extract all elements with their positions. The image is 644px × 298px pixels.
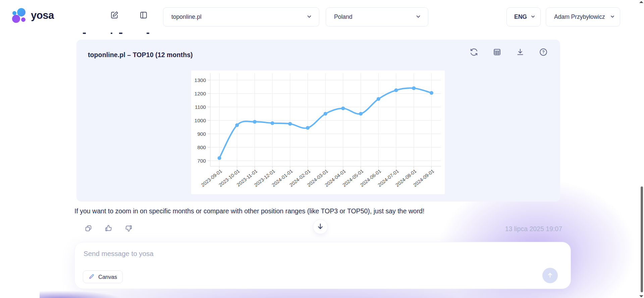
svg-text:1200: 1200: [195, 91, 206, 96]
svg-text:1300: 1300: [195, 77, 206, 83]
composer: Canvas: [74, 242, 571, 289]
svg-text:900: 900: [197, 131, 206, 137]
refresh-icon: [469, 47, 479, 58]
svg-text:700: 700: [197, 158, 206, 164]
chart-panel: 70080090010001100120013002023-09-012023-…: [191, 71, 445, 194]
logo-text: yosa: [31, 9, 54, 22]
sidebar-toggle-button[interactable]: [139, 11, 148, 20]
svg-text:?: ?: [542, 50, 544, 54]
chart-help-button[interactable]: ?: [539, 48, 548, 57]
pencil-icon: [89, 273, 95, 281]
domain-dropdown[interactable]: toponline.pl: [163, 7, 319, 27]
scrollbar-down-arrow[interactable]: [639, 295, 643, 297]
background-glow-bottom-left: [40, 291, 120, 298]
language-dropdown-value: ENG: [514, 13, 527, 20]
chart-card-toolbar: ?: [469, 48, 548, 57]
line-chart: 70080090010001100120013002023-09-012023-…: [191, 71, 445, 194]
svg-text:800: 800: [197, 144, 206, 150]
refresh-chart-button[interactable]: [469, 48, 479, 57]
svg-text:1000: 1000: [195, 118, 206, 123]
arrow-up-icon: [546, 271, 554, 280]
chevron-down-icon: [610, 14, 615, 20]
header-bar: yosa toponline.pl: [0, 0, 644, 30]
download-icon: [516, 48, 525, 57]
svg-text:1100: 1100: [195, 104, 206, 110]
language-dropdown[interactable]: ENG: [506, 7, 541, 27]
chevron-down-icon: [530, 14, 536, 20]
message-input[interactable]: [84, 250, 533, 269]
domain-dropdown-value: toponline.pl: [171, 13, 202, 20]
send-button[interactable]: [542, 268, 558, 283]
logo[interactable]: yosa: [12, 8, 54, 23]
chevron-down-icon: [306, 13, 312, 21]
scrollbar-thumb[interactable]: [641, 186, 643, 292]
download-chart-button[interactable]: [516, 48, 525, 57]
scrollbar-up-arrow[interactable]: [639, 1, 643, 3]
thumbs-down-icon: [124, 224, 133, 233]
user-dropdown-value: Adam Przybyłowicz: [554, 13, 605, 20]
help-icon: ?: [539, 47, 548, 58]
canvas-button-label: Canvas: [98, 274, 117, 280]
chart-card: toponline.pl – TOP10 (12 months): [76, 40, 560, 202]
sidebar-panel-icon: [139, 10, 148, 21]
copy-button[interactable]: [84, 224, 93, 233]
thumbs-up-button[interactable]: [104, 224, 113, 233]
canvas-button[interactable]: Canvas: [83, 270, 123, 283]
new-chat-button[interactable]: [110, 11, 119, 20]
message-timestamp: 13 lipca 2025 19:07: [505, 225, 562, 233]
user-dropdown[interactable]: Adam Przybyłowicz: [546, 7, 620, 27]
edit-pencil-square-icon: [110, 10, 119, 21]
table-icon: [492, 47, 502, 58]
country-dropdown[interactable]: Poland: [326, 7, 428, 27]
arrow-down-icon: [316, 222, 324, 231]
assistant-message-text: If you want to zoom in on specific month…: [74, 207, 470, 215]
chart-card-title: toponline.pl – TOP10 (12 months): [88, 51, 193, 59]
copy-icon: [84, 224, 93, 233]
show-table-button[interactable]: [492, 48, 502, 57]
message-actions: [84, 224, 133, 233]
thumbs-up-icon: [104, 224, 113, 233]
scroll-to-bottom-button[interactable]: [313, 219, 328, 234]
thumbs-down-button[interactable]: [124, 224, 133, 233]
logo-icon: [12, 8, 27, 23]
country-dropdown-value: Poland: [334, 13, 353, 20]
chevron-down-icon: [415, 13, 421, 21]
